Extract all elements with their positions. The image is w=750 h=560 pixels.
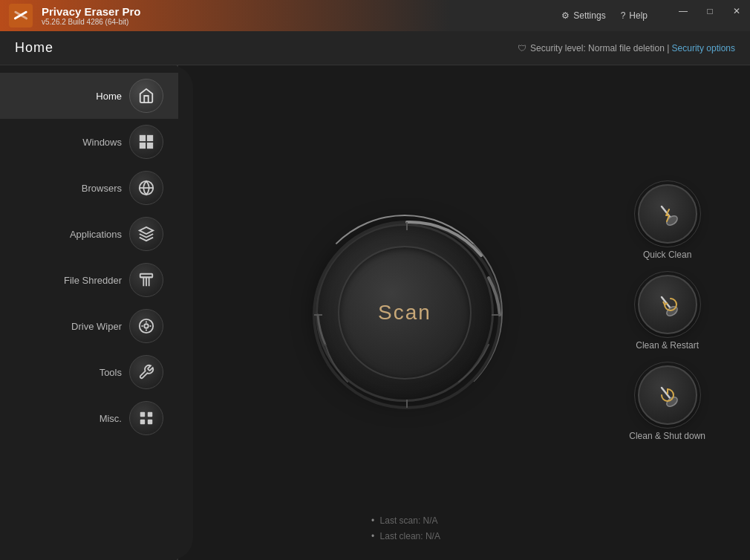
page-title: Home <box>15 40 53 56</box>
sidebar-label-drive-wiper: Drive Wiper <box>15 321 122 332</box>
svg-point-27 <box>665 395 679 408</box>
quick-clean-button[interactable] <box>638 184 697 244</box>
titlebar: Privacy Eraser Pro v5.26.2 Build 4286 (6… <box>0 0 750 31</box>
right-actions: Quick Clean Clean & Restart <box>629 184 705 441</box>
bottom-status: • Last scan: N/A • Last clean: N/A <box>371 513 440 545</box>
app-logo <box>7 2 34 29</box>
last-clean-text: Last clean: N/A <box>380 531 440 541</box>
sidebar-item-browsers[interactable]: Browsers <box>0 165 178 211</box>
clean-shutdown-button[interactable] <box>638 365 697 425</box>
scan-section: Scan <box>316 224 494 402</box>
sidebar-icon-misc <box>129 401 163 435</box>
sidebar-icon-applications <box>129 217 163 251</box>
settings-label: Settings <box>573 10 605 21</box>
shield-icon: 🛡 <box>518 43 526 53</box>
scan-outer-ring: Scan <box>316 224 494 402</box>
quick-clean-label: Quick Clean <box>643 250 691 260</box>
svg-rect-14 <box>148 412 152 417</box>
svg-line-22 <box>662 206 674 221</box>
broom-restart-icon <box>654 291 681 318</box>
sidebar-icon-windows <box>129 125 163 159</box>
main-layout: Home Windows Browsers <box>0 65 750 560</box>
sidebar-icon-home <box>129 79 163 113</box>
broom-lightning-icon <box>654 201 681 227</box>
svg-rect-6 <box>147 143 153 149</box>
sidebar-label-tools: Tools <box>15 367 122 378</box>
svg-point-25 <box>665 305 679 317</box>
sidebar-label-browsers: Browsers <box>15 183 122 194</box>
clean-shutdown-label: Clean & Shut down <box>629 431 705 441</box>
app-version: v5.26.2 Build 4286 (64-bit) <box>42 18 140 26</box>
clean-restart-label: Clean & Restart <box>636 340 699 351</box>
sidebar-item-file-shredder[interactable]: File Shredder <box>0 257 178 303</box>
app-title: Privacy Eraser Pro <box>42 5 140 18</box>
sidebar-icon-file-shredder <box>129 263 163 297</box>
last-clean-status: • Last clean: N/A <box>371 529 440 545</box>
minimize-button[interactable]: — <box>670 0 697 22</box>
question-icon: ? <box>621 10 626 21</box>
svg-rect-3 <box>140 135 146 141</box>
sidebar-label-applications: Applications <box>15 229 122 240</box>
broom-power-icon <box>654 382 681 408</box>
sidebar-label-file-shredder: File Shredder <box>15 275 122 286</box>
sidebar-icon-drive-wiper <box>129 309 163 343</box>
last-scan-text: Last scan: N/A <box>380 515 438 526</box>
svg-line-26 <box>662 388 674 403</box>
gear-icon: ⚙ <box>561 10 570 21</box>
scan-arc-svg <box>310 218 503 411</box>
svg-rect-5 <box>140 143 146 149</box>
sidebar-item-home[interactable]: Home <box>0 73 178 119</box>
settings-button[interactable]: ⚙ Settings <box>555 7 611 24</box>
sidebar-label-home: Home <box>15 91 122 102</box>
sidebar-icon-browsers <box>129 171 163 205</box>
svg-rect-13 <box>140 412 145 417</box>
clean-restart-wrap: Clean & Restart <box>636 275 699 351</box>
header-bar: Home 🛡 Security level: Normal file delet… <box>0 31 750 65</box>
svg-point-17 <box>314 222 500 408</box>
close-button[interactable]: ✕ <box>723 0 750 22</box>
svg-rect-16 <box>148 420 152 424</box>
svg-point-23 <box>665 214 679 227</box>
dot-icon-1: • <box>371 515 374 526</box>
sidebar-item-misc[interactable]: Misc. <box>0 395 178 441</box>
sidebar-label-misc: Misc. <box>15 413 122 424</box>
clean-restart-button[interactable] <box>638 275 697 334</box>
security-options-link[interactable]: Security options <box>672 43 735 53</box>
last-scan-status: • Last scan: N/A <box>371 513 440 530</box>
sidebar-icon-tools <box>129 355 163 389</box>
window-controls: — □ ✕ <box>670 0 750 22</box>
sidebar-item-drive-wiper[interactable]: Drive Wiper <box>0 303 178 349</box>
dot-icon-2: • <box>371 531 374 541</box>
maximize-button[interactable]: □ <box>697 0 723 22</box>
help-button[interactable]: ? Help <box>615 7 653 24</box>
security-text: Security level: Normal file deletion <box>530 43 665 53</box>
security-info: 🛡 Security level: Normal file deletion |… <box>518 43 735 53</box>
svg-rect-4 <box>147 135 153 141</box>
sidebar-item-applications[interactable]: Applications <box>0 211 178 257</box>
sidebar-label-windows: Windows <box>15 137 122 148</box>
main-content: Scan Quick Clean <box>178 65 750 560</box>
svg-line-24 <box>662 297 674 312</box>
app-title-area: Privacy Eraser Pro v5.26.2 Build 4286 (6… <box>42 5 140 26</box>
sidebar: Home Windows Browsers <box>0 65 178 560</box>
sidebar-item-windows[interactable]: Windows <box>0 119 178 165</box>
svg-point-12 <box>144 324 149 328</box>
svg-rect-15 <box>140 420 145 424</box>
help-label: Help <box>629 10 648 21</box>
quick-clean-wrap: Quick Clean <box>638 184 697 260</box>
sidebar-item-tools[interactable]: Tools <box>0 349 178 395</box>
clean-shutdown-wrap: Clean & Shut down <box>629 365 705 441</box>
